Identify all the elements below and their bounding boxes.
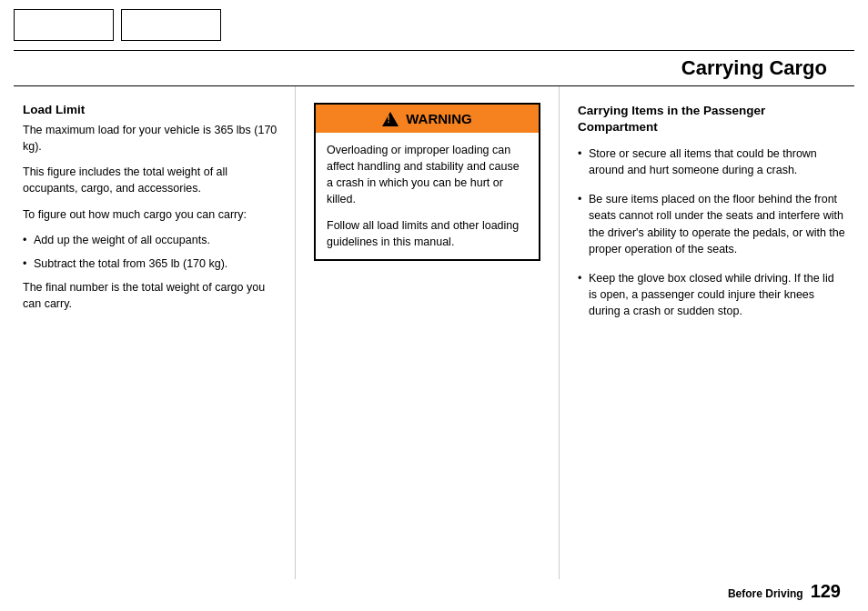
bullet-item-1: Add up the weight of all occupants. bbox=[23, 232, 281, 248]
page-title: Carrying Cargo bbox=[681, 56, 827, 80]
bullet-item-2: Subtract the total from 365 lb (170 kg). bbox=[23, 255, 281, 272]
nav-button-1[interactable] bbox=[14, 9, 114, 41]
carrying-bullet-1: Store or secure all items that could be … bbox=[578, 145, 845, 178]
footer-page-number: 129 bbox=[811, 581, 841, 602]
nav-button-2[interactable] bbox=[121, 9, 221, 41]
middle-column: WARNING Overloading or improper loading … bbox=[296, 86, 560, 579]
warning-para1: Overloading or improper loading can affe… bbox=[327, 142, 528, 208]
warning-box: WARNING Overloading or improper loading … bbox=[314, 103, 540, 261]
page-footer: Before Driving 129 bbox=[728, 581, 841, 602]
carrying-bullet-2: Be sure items placed on the floor behind… bbox=[578, 191, 845, 257]
carrying-bullet-3: Keep the glove box closed while driving.… bbox=[578, 270, 845, 319]
warning-header: WARNING bbox=[316, 105, 539, 133]
warning-triangle-icon bbox=[382, 112, 399, 126]
warning-label: WARNING bbox=[406, 111, 472, 126]
page-header: Carrying Cargo bbox=[14, 50, 854, 86]
carrying-items-bullets: Store or secure all items that could be … bbox=[578, 145, 845, 319]
load-limit-para1: The maximum load for your vehicle is 365… bbox=[23, 122, 281, 155]
load-limit-bullets: Add up the weight of all occupants. Subt… bbox=[23, 232, 281, 272]
footer-section-label: Before Driving bbox=[728, 587, 803, 600]
load-limit-title: Load Limit bbox=[23, 103, 281, 116]
top-nav bbox=[0, 0, 868, 50]
warning-para2: Follow all load limits and other loading… bbox=[327, 217, 528, 250]
main-content: Load Limit The maximum load for your veh… bbox=[0, 86, 868, 579]
left-column: Load Limit The maximum load for your veh… bbox=[14, 86, 296, 579]
right-column: Carrying Items in the Passenger Compartm… bbox=[560, 86, 854, 579]
warning-body: Overloading or improper loading can affe… bbox=[316, 133, 539, 259]
load-limit-para3: To figure out how much cargo you can car… bbox=[23, 206, 281, 223]
carrying-items-title: Carrying Items in the Passenger Compartm… bbox=[578, 103, 845, 135]
load-limit-para4: The final number is the total weight of … bbox=[23, 279, 281, 312]
load-limit-para2: This figure includes the total weight of… bbox=[23, 164, 281, 196]
